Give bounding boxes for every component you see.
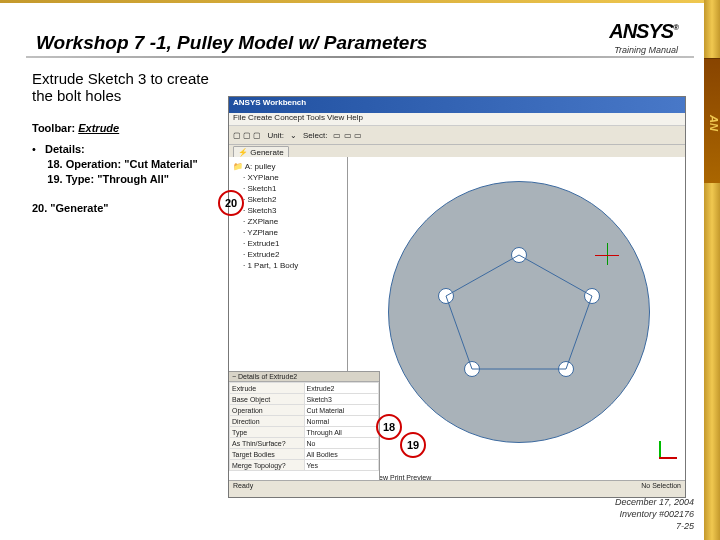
pulley-face <box>388 181 650 443</box>
details-table: ExtrudeExtrude2Base ObjectSketch3Operati… <box>229 382 379 471</box>
tree-item: · ZXPlane <box>243 216 343 227</box>
screenshot-titlebar: ANSYS Workbench <box>229 97 685 113</box>
step20-line: 20. "Generate" <box>32 202 108 214</box>
step-heading: Extrude Sketch 3 to create the bolt hole… <box>32 70 226 104</box>
header-divider <box>26 56 694 58</box>
pentagon-lines <box>389 182 649 442</box>
details-panel: − Details of Extrude2 ExtrudeExtrude2Bas… <box>229 371 380 483</box>
details-header: − Details of Extrude2 <box>229 372 379 382</box>
toolbar-line: Toolbar: Extrude <box>32 122 119 134</box>
footer-date: December 17, 2004 <box>615 496 694 508</box>
ansys-screenshot: ANSYS Workbench File Create Concept Tool… <box>228 96 686 498</box>
footer-page: 7-25 <box>615 520 694 532</box>
tree-item: · Extrude2 <box>243 249 343 260</box>
origin-triad <box>591 237 627 273</box>
details-row: TypeThrough All <box>230 427 379 438</box>
details-row: Merge Topology?Yes <box>230 460 379 471</box>
details-row: As Thin/Surface?No <box>230 438 379 449</box>
screenshot-toolbar-1: ▢ ▢ ▢Unit:⌄ Select:▭ ▭ ▭ <box>229 126 685 145</box>
tree-root: 📁 A: pulley <box>233 161 343 172</box>
details-row: OperationCut Material <box>230 405 379 416</box>
tree-item: · Sketch3 <box>243 205 343 216</box>
tree-item: · Sketch1 <box>243 183 343 194</box>
side-tab-flag: AN <box>704 58 720 183</box>
screenshot-menubar: File Create Concept Tools View Help <box>229 113 685 126</box>
training-manual-label: Training Manual <box>609 45 678 55</box>
callout-19: 19 <box>400 432 426 458</box>
callout-20: 20 <box>218 190 244 216</box>
details-row: Base ObjectSketch3 <box>230 394 379 405</box>
slide-header: Workshop 7 -1, Pulley Model w/ Parameter… <box>0 12 704 60</box>
details-row: Target BodiesAll Bodies <box>230 449 379 460</box>
status-bar: Ready No Selection <box>229 480 685 497</box>
tree-item: · YZPlane <box>243 227 343 238</box>
tree-items: · XYPlane· Sketch1· Sketch2· Sketch3· ZX… <box>243 172 343 271</box>
tree-item: · XYPlane <box>243 172 343 183</box>
ansys-logo: ANSYS® <box>609 20 678 43</box>
footer-inventory: Inventory #002176 <box>615 508 694 520</box>
gold-accent-top <box>0 0 720 3</box>
details-row: ExtrudeExtrude2 <box>230 383 379 394</box>
tree-item: · Extrude1 <box>243 238 343 249</box>
slide-footer: December 17, 2004 Inventory #002176 7-25 <box>615 496 694 532</box>
details-bullet: • Details: 18. Operation: "Cut Material"… <box>32 142 198 187</box>
tree-item: · Sketch2 <box>243 194 343 205</box>
logo-area: ANSYS® Training Manual <box>609 20 678 55</box>
details-row: DirectionNormal <box>230 416 379 427</box>
slide-title: Workshop 7 -1, Pulley Model w/ Parameter… <box>36 32 427 54</box>
callout-18: 18 <box>376 414 402 440</box>
tree-item: · 1 Part, 1 Body <box>243 260 343 271</box>
corner-triad <box>647 437 677 467</box>
